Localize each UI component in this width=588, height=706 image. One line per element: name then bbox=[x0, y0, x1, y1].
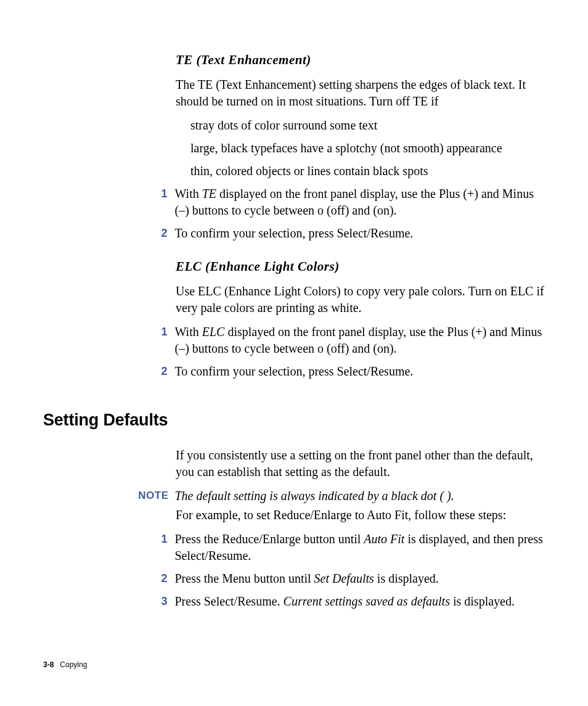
step-body: Press Select/Resume. Current settings sa… bbox=[175, 593, 545, 610]
step-text-post: displayed on the front panel display, us… bbox=[175, 325, 542, 355]
step-text-em: Set Defaults bbox=[314, 572, 374, 585]
step-number-cell: 3 bbox=[43, 593, 175, 609]
te-bullet-1: stray dots of color surround some text bbox=[176, 117, 549, 134]
defaults-intro-block: If you consistently use a setting on the… bbox=[176, 447, 549, 480]
step-body: With ELC displayed on the front panel di… bbox=[175, 324, 545, 357]
step-number: 1 bbox=[161, 533, 167, 545]
defaults-step-1: 1 Press the Reduce/Enlarge button until … bbox=[43, 531, 545, 564]
step-text-post: is displayed. bbox=[374, 572, 439, 585]
defaults-example: For example, to set Reduce/Enlarge to Au… bbox=[176, 507, 549, 523]
elc-section: ELC (Enhance Light Colors) Use ELC (Enha… bbox=[176, 259, 549, 316]
step-text-pre: With bbox=[175, 187, 202, 200]
te-bullet-3: thin, colored objects or lines contain b… bbox=[176, 163, 549, 179]
chapter-name: Copying bbox=[60, 660, 87, 669]
step-text-pre: Press the Reduce/Enlarge button until bbox=[175, 532, 364, 546]
step-number-cell: 1 bbox=[43, 186, 175, 202]
step-number: 2 bbox=[161, 365, 167, 377]
step-text-em: Auto Fit bbox=[364, 532, 404, 546]
step-number-cell: 2 bbox=[43, 570, 175, 586]
defaults-note: NOTE The default setting is always indic… bbox=[43, 488, 545, 504]
step-body: Press the Reduce/Enlarge button until Au… bbox=[175, 531, 545, 564]
defaults-intro: If you consistently use a setting on the… bbox=[176, 447, 549, 480]
note-label: NOTE bbox=[138, 490, 168, 501]
defaults-step-3: 3 Press Select/Resume. Current settings … bbox=[43, 593, 545, 610]
step-text-post: displayed on the front panel display, us… bbox=[175, 187, 534, 217]
step-body: With TE displayed on the front panel dis… bbox=[175, 186, 545, 219]
step-number-cell: 1 bbox=[43, 324, 175, 340]
step-body: To confirm your selection, press Select/… bbox=[175, 363, 545, 380]
te-step-2: 2 To confirm your selection, press Selec… bbox=[43, 225, 545, 242]
page-number: 3-8 bbox=[43, 660, 54, 669]
step-text-em: Current settings saved as defaults bbox=[284, 594, 450, 608]
page: TE (Text Enhancement) The TE (Text Enhan… bbox=[0, 0, 588, 706]
step-number: 2 bbox=[161, 572, 167, 585]
elc-heading: ELC (Enhance Light Colors) bbox=[176, 259, 549, 274]
step-number-cell: 1 bbox=[43, 531, 175, 547]
step-text-em: TE bbox=[202, 187, 216, 200]
step-number: 2 bbox=[161, 227, 167, 239]
step-text-pre: Press the Menu button until bbox=[175, 572, 314, 585]
step-body: Press the Menu button until Set Defaults… bbox=[175, 570, 545, 587]
defaults-step-2: 2 Press the Menu button until Set Defaul… bbox=[43, 570, 545, 587]
step-text-pre: With bbox=[175, 325, 202, 339]
te-section: TE (Text Enhancement) The TE (Text Enhan… bbox=[176, 52, 549, 179]
elc-step-2: 2 To confirm your selection, press Selec… bbox=[43, 363, 545, 380]
step-number-cell: 2 bbox=[43, 225, 175, 241]
step-text-post: is displayed. bbox=[450, 594, 515, 608]
te-step-1: 1 With TE displayed on the front panel d… bbox=[43, 186, 545, 219]
defaults-example-block: For example, to set Reduce/Enlarge to Au… bbox=[176, 507, 549, 523]
note-body: The default setting is always indicated … bbox=[174, 488, 545, 504]
page-footer: 3-8Copying bbox=[43, 660, 87, 669]
step-number: 1 bbox=[161, 326, 167, 338]
te-heading: TE (Text Enhancement) bbox=[176, 52, 549, 68]
setting-defaults-heading: Setting Defaults bbox=[43, 411, 545, 430]
step-number: 1 bbox=[161, 187, 167, 200]
step-number-cell: 2 bbox=[43, 363, 175, 379]
step-text-em: ELC bbox=[202, 325, 225, 339]
elc-intro: Use ELC (Enhance Light Colors) to copy v… bbox=[176, 283, 549, 316]
te-intro: The TE (Text Enhancement) setting sharpe… bbox=[176, 76, 549, 110]
step-text-pre: Press Select/Resume. bbox=[175, 594, 284, 608]
note-label-cell: NOTE bbox=[43, 488, 174, 504]
elc-step-1: 1 With ELC displayed on the front panel … bbox=[43, 324, 545, 357]
te-bullet-2: large, black typefaces have a splotchy (… bbox=[176, 140, 549, 157]
step-body: To confirm your selection, press Select/… bbox=[175, 225, 545, 242]
step-number: 3 bbox=[161, 595, 167, 607]
